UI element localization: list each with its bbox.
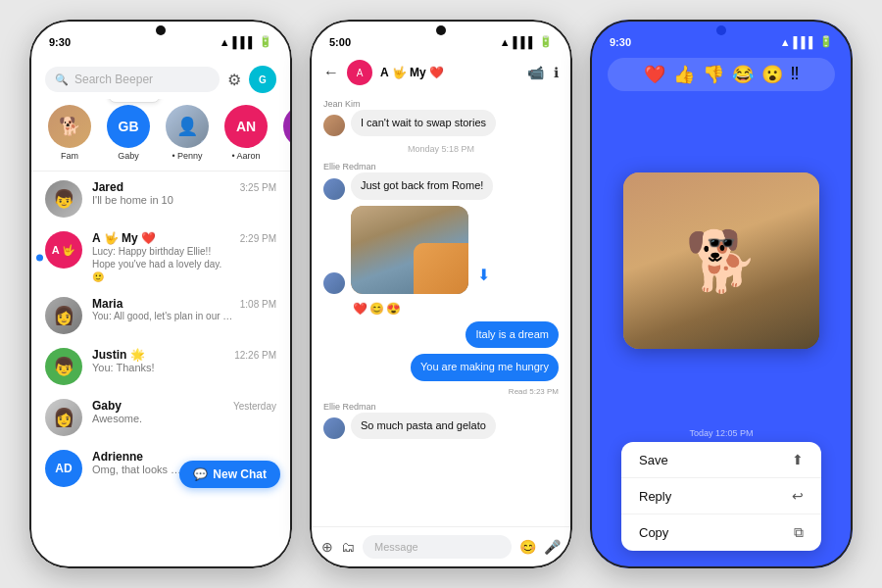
msg-row-image: ⬇ [323,206,559,294]
unread-dot-penny [201,140,208,147]
msg-text-ellie-2: So much pasta and gelato [351,413,496,439]
msg-bubble-jean: I can't wait to swap stories [351,110,496,136]
story-label-aaron: • Aaron [231,151,260,161]
read-receipt: Read 5:23 PM [323,387,559,396]
chat-preview-justin: You: Thanks! [92,362,239,373]
settings-icon[interactable]: ⚙ [227,71,241,89]
signal-icon-2: ▌▌▌ [514,36,536,48]
save-icon: ⬆ [792,452,804,467]
story-item-tori[interactable]: TS Tori [280,105,290,161]
image-placeholder [351,206,468,294]
chat-avatar-header: A [347,60,372,85]
story-item-fam[interactable]: 🐕 Fam [45,105,94,161]
camera-dot-1 [156,25,166,35]
chat-preview-gaby: Awesome. [92,413,239,424]
avatar-ellie-3 [323,417,345,439]
reaction-laugh[interactable]: 😂 [732,64,754,85]
msg-ellie-1: Ellie Redman Just got back from Rome! [323,162,559,199]
dog-placeholder: 🐕 [623,172,819,349]
chat-item-justin[interactable]: 👦 Justin 🌟 12:26 PM You: Thanks! [31,341,290,392]
reaction-thumbsdown[interactable]: 👎 [703,64,724,85]
chat-item-amy[interactable]: A 🤟 A 🤟 My ❤️ 2:29 PM Lucy: Happy birthd… [31,224,290,290]
mic-icon[interactable]: 🎤 [544,539,561,555]
chat-item-jared[interactable]: 👦 Jared 3:25 PM I'll be home in 10 [31,173,290,224]
message-placeholder: Message [374,541,418,553]
new-chat-label: New Chat [213,467,267,481]
day-divider: Monday 5:18 PM [323,144,559,154]
time-3: 9:30 [610,36,631,48]
reply-icon: ↩ [792,488,804,504]
emoji-icon[interactable]: 😊 [519,539,536,555]
chat-actions: 📹 ℹ [527,65,559,80]
story-label-penny: • Penny [172,151,202,161]
download-icon[interactable]: ⬇ [477,266,490,284]
story-label-gaby: Gaby [118,151,139,161]
sender-jean-kim: Jean Kim [323,99,559,109]
shared-image[interactable] [351,206,468,294]
time-2: 5:00 [329,36,351,48]
avatar-ellie-2 [323,272,345,294]
image-view-area: 🐕 🕶️ [592,97,851,424]
chat-time-jared: 3:25 PM [240,182,276,193]
search-bar[interactable]: 🔍 Search Beeper [45,67,220,92]
msg-sent-2: You are making me hungry [411,354,559,380]
dog-image[interactable]: 🐕 🕶️ [623,172,819,349]
chat-item-adrienne[interactable]: AD Adrienne Omg, that looks so nice! 💬 N… [31,443,290,494]
adrienne-initials: AD [55,462,72,475]
chat-time-gaby: Yesterday [233,401,276,412]
signal-icons-2: ▲ ▌▌▌ 🔋 [500,35,553,48]
reaction-heart[interactable]: ❤️ [644,64,665,85]
context-reply[interactable]: Reply ↩ [621,478,821,514]
reaction-wow[interactable]: 😮 [761,64,783,85]
msg-row-jean: I can't wait to swap stories [323,110,559,136]
info-icon[interactable]: ℹ [554,65,559,80]
chat-title: A 🤟 My ❤️ [380,66,519,79]
chat-info-amy: A 🤟 My ❤️ 2:29 PM Lucy: Happy birthday E… [92,231,276,283]
chat-time-justin: 12:26 PM [234,350,276,361]
chat-preview-adrienne: Omg, that looks so nice! [92,464,182,475]
phone-1-screen: 9:30 ▲ ▌▌▌ 🔋 🔍 Search Beeper ⚙ G [29,20,292,568]
chat-header-2: ← A A 🤟 My ❤️ 📹 ℹ [312,52,570,91]
add-icon[interactable]: ⊕ [321,539,333,555]
chat-name-adrienne: Adrienne [92,450,143,464]
heart-reaction: ❤️ [353,302,368,316]
back-button[interactable]: ← [323,64,339,81]
chat-name-gaby: Gaby [92,399,122,413]
msg-jean-kim: Jean Kim I can't wait to swap stories [323,99,559,136]
new-chat-icon: 💬 [193,467,208,481]
chat-preview-jared: I'll be home in 10 [92,194,239,206]
signal-icons-1: ▲ ▌▌▌ 🔋 [220,35,272,48]
chat-preview-amy: Lucy: Happy birthday Ellie!! Hope you've… [92,245,229,283]
face-reaction-2: 😍 [386,302,401,316]
message-input[interactable]: Message [363,535,512,559]
sticker-icon[interactable]: 🗂 [341,539,355,555]
phone-1: 9:30 ▲ ▌▌▌ 🔋 🔍 Search Beeper ⚙ G [29,20,292,568]
story-item-gaby[interactable]: GB Welcome toblue bubbles! Gaby [104,105,153,161]
user-avatar[interactable]: G [249,66,276,93]
chat-item-gaby[interactable]: 👩 Gaby Yesterday Awesome. [31,392,290,443]
battery-icon-2: 🔋 [539,35,553,48]
video-icon[interactable]: 📹 [527,65,544,80]
context-copy[interactable]: Copy ⧉ [621,514,821,551]
reaction-thumbsup[interactable]: 👍 [673,64,695,85]
divider [31,171,290,172]
amy-initials: A 🤟 [52,244,76,257]
story-item-penny[interactable]: 👤 • Penny [163,105,212,161]
phone-3: 9:30 ▲ ▌▌▌ 🔋 ❤️ 👍 👎 😂 😮 ‼️ 🐕 [590,20,853,568]
chat-info-justin: Justin 🌟 12:26 PM You: Thanks! [92,348,276,373]
unread-dot-aaron [260,140,267,147]
context-save[interactable]: Save ⬆ [621,442,821,478]
search-placeholder: Search Beeper [74,73,153,86]
wifi-icon-3: ▲ [780,36,791,48]
emoji-reactions-bar: ❤️ 👍 👎 😂 😮 ‼️ [608,58,835,91]
chat-item-maria[interactable]: 👩 Maria 1:08 PM You: All good, let's pla… [31,290,290,341]
msg-row-sent-1: Italy is a dream [323,321,559,348]
face-reaction: 😊 [369,302,384,316]
reaction-exclaim[interactable]: ‼️ [791,64,800,85]
camera-dot-2 [436,25,446,35]
new-chat-button[interactable]: 💬 New Chat [179,461,280,488]
search-icon: 🔍 [55,74,69,86]
chat-info-adrienne: Adrienne Omg, that looks so nice! [92,450,182,475]
story-item-aaron[interactable]: AN • Aaron [221,105,270,161]
avatar-jean [323,115,345,136]
